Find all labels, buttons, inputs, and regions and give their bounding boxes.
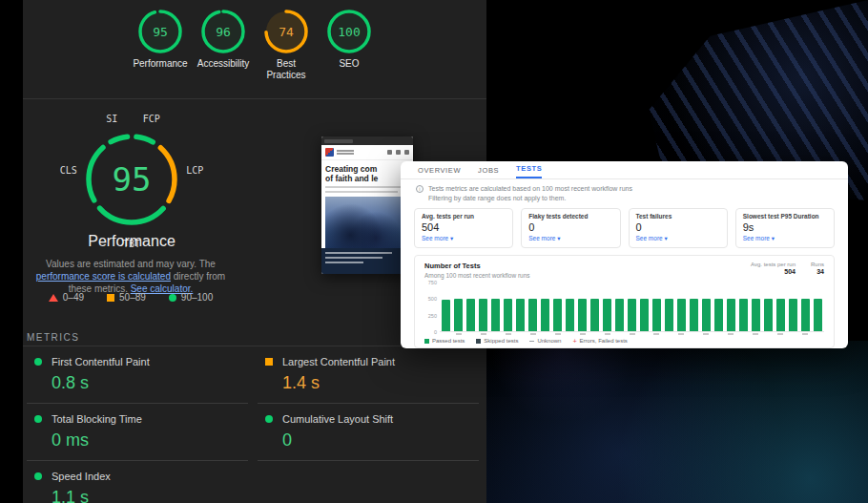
run-bar[interactable] (727, 299, 735, 331)
x-tick (678, 333, 684, 335)
site-heading-line2: of faith and le (325, 174, 409, 183)
category-label: SEO (320, 58, 379, 70)
tab-overview[interactable]: OVERVIEW (418, 166, 461, 178)
metric-value: 0 (282, 430, 475, 451)
category-score: 74 (279, 25, 294, 39)
performance-score-link[interactable]: performance score is calculated (36, 271, 171, 282)
legend-label: Skipped tests (484, 338, 518, 344)
category-label: Accessibility (194, 58, 253, 70)
run-bar[interactable] (789, 299, 797, 331)
run-bar[interactable] (578, 299, 587, 331)
legend-errors-failed-tests[interactable]: +Errors, Failed tests (572, 338, 627, 344)
run-bar[interactable] (553, 299, 562, 331)
tests-dashboard-window: OVERVIEWJOBSTESTS i Tests metrics are ca… (401, 161, 848, 348)
metric-label: Cumulative Layout Shift (282, 413, 393, 425)
stat-value: 504 (422, 221, 506, 233)
see-more-link[interactable]: See more ▾ (528, 235, 612, 242)
legend-unknown[interactable]: Unknown (529, 338, 561, 344)
run-bar[interactable] (652, 299, 661, 331)
classroom-photo (325, 197, 409, 248)
stat-label: Avg. tests per run (422, 213, 506, 220)
stat-value: 9s (743, 221, 827, 233)
x-tick (787, 333, 797, 335)
run-bar[interactable] (814, 299, 822, 331)
legend-passed-tests[interactable]: Passed tests (424, 338, 465, 344)
run-bar[interactable] (442, 300, 450, 331)
run-bar[interactable] (640, 299, 649, 331)
avg-tests-label: Avg. tests per run (751, 262, 796, 267)
x-tick (738, 333, 749, 335)
run-bar[interactable] (776, 299, 785, 331)
run-bar[interactable] (702, 299, 711, 331)
x-tick (713, 333, 724, 335)
tab-tests[interactable]: TESTS (516, 164, 542, 178)
run-bar[interactable] (615, 299, 624, 331)
run-bar[interactable] (466, 299, 475, 331)
x-tick (516, 333, 527, 335)
legend-label: Errors, Failed tests (580, 338, 628, 344)
stat-card-slowest-test-p95-duration: Slowest test P95 Duration9sSee more ▾ (735, 208, 835, 248)
run-bar[interactable] (454, 299, 463, 331)
run-bar[interactable] (801, 299, 810, 331)
x-tick (442, 333, 452, 335)
category-gauge-performance[interactable]: 95Performance (131, 8, 190, 98)
metric-value: 0 ms (52, 430, 244, 451)
y-tick-label: 250 (428, 313, 437, 319)
x-tick (689, 333, 699, 335)
metric-speed-index: Speed Index1.1 s (27, 461, 248, 503)
run-bar[interactable] (764, 299, 773, 331)
category-gauge-seo[interactable]: 100SEO (320, 8, 379, 98)
run-bar[interactable] (677, 299, 686, 331)
y-axis: 7505002500 (424, 283, 440, 332)
run-bar[interactable] (479, 299, 487, 331)
see-more-link[interactable]: See more ▾ (422, 235, 506, 242)
legend-pass-range: 90–100 (181, 292, 213, 303)
category-gauge-accessibility[interactable]: 96Accessibility (194, 8, 253, 98)
metric-status-icon (34, 358, 42, 366)
tab-jobs[interactable]: JOBS (478, 166, 499, 178)
run-bar[interactable] (590, 299, 599, 331)
run-bar[interactable] (739, 299, 748, 331)
search-icon (396, 150, 401, 155)
category-score: 96 (216, 25, 231, 39)
see-more-link[interactable]: See more ▾ (743, 235, 827, 242)
fail-triangle-icon (49, 294, 58, 302)
performance-gauge-title: Performance (55, 233, 208, 250)
run-bar[interactable] (541, 299, 549, 331)
x-tick (589, 333, 600, 335)
site-hero: Creating com of faith and le (321, 160, 413, 248)
run-bar[interactable] (690, 299, 698, 331)
legend-fail-range: 0–49 (63, 292, 84, 303)
run-bar[interactable] (516, 299, 525, 331)
run-bar[interactable] (628, 299, 636, 331)
grid-icon (387, 150, 392, 155)
legend-pass: 90–100 (169, 292, 213, 303)
see-more-link[interactable]: See more ▾ (636, 235, 720, 242)
x-tick (506, 333, 511, 335)
menu-icon (404, 150, 409, 155)
info-icon: i (416, 185, 424, 193)
number-of-tests-card: Number of Tests Among 100 most recent wo… (414, 255, 835, 348)
run-bar[interactable] (491, 299, 500, 331)
run-bar[interactable] (528, 299, 537, 331)
bar-chart: 7505002500 (424, 283, 824, 332)
stat-card-avg-tests-per-run: Avg. tests per run504See more ▾ (414, 208, 513, 248)
y-tick-label: 750 (428, 280, 437, 285)
legend-skipped-tests[interactable]: Skipped tests (476, 338, 518, 344)
run-bar[interactable] (566, 299, 574, 331)
runs-label: Runs (811, 262, 824, 267)
info-text: Tests metrics are calculated based on 10… (428, 184, 632, 203)
run-bar[interactable] (603, 299, 611, 331)
site-paragraph-line (325, 191, 398, 193)
y-tick-label: 0 (434, 329, 437, 335)
x-tick (481, 333, 486, 335)
run-bar[interactable] (504, 299, 512, 331)
category-gauge-best-practices[interactable]: 74Best Practices (257, 8, 316, 98)
y-tick-label: 500 (428, 296, 437, 302)
run-bar[interactable] (665, 299, 673, 331)
run-bar[interactable] (714, 299, 723, 331)
segment-label-si: SI (106, 114, 117, 124)
gauge-ring: 74 (262, 8, 310, 55)
run-bar[interactable] (752, 299, 760, 331)
logo-text-lines (337, 149, 354, 156)
